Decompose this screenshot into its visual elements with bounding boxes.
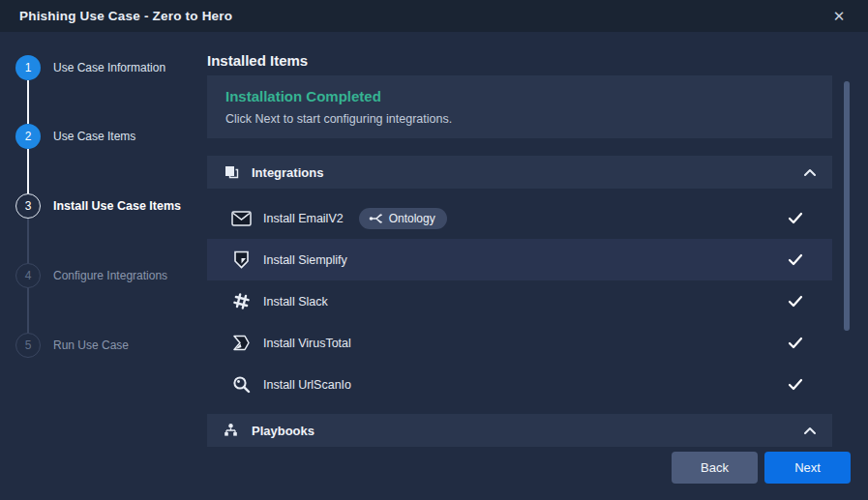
section-label: Integrations [252, 165, 323, 180]
stepper-item-use-case-information[interactable]: 1 Use Case Information [15, 55, 165, 80]
branch-icon [369, 212, 383, 225]
integrations-icon [223, 163, 242, 181]
page-title: Installed Items [207, 52, 308, 69]
step-label: Use Case Information [53, 61, 165, 74]
magnifier-icon [230, 375, 252, 395]
check-icon [788, 253, 803, 266]
step-number-badge: 3 [15, 193, 41, 219]
stepper-item-configure-integrations[interactable]: 4 Configure Integrations [15, 263, 167, 288]
step-number-badge: 1 [15, 55, 41, 80]
step-label: Run Use Case [53, 338, 129, 352]
siemplify-shield-icon [230, 250, 252, 270]
close-icon[interactable]: ✕ [829, 7, 849, 26]
chevron-up-icon[interactable] [803, 426, 817, 435]
list-item-install-urlscanio[interactable]: Install UrlScanIo [207, 364, 832, 405]
virustotal-icon [230, 334, 252, 353]
check-icon [788, 378, 803, 391]
section-header-integrations[interactable]: Integrations [207, 156, 832, 189]
item-label: Install Slack [263, 295, 328, 309]
step-number-badge: 4 [15, 263, 41, 288]
stepper-item-use-case-items[interactable]: 2 Use Case Items [15, 124, 135, 149]
check-icon [788, 295, 803, 308]
item-label: Install Siemplify [263, 253, 347, 267]
installation-status-banner: Installation Completed Click Next to sta… [207, 75, 832, 138]
section-label: Playbooks [252, 424, 314, 438]
playbooks-icon [223, 422, 242, 439]
back-button[interactable]: Back [672, 452, 758, 484]
slack-icon [230, 292, 252, 311]
stepper-connector [27, 219, 29, 263]
list-item-install-emailv2[interactable]: Install EmailV2 Ontology [207, 197, 832, 239]
check-icon [788, 337, 803, 349]
list-item-install-siemplify[interactable]: Install Siemplify [207, 239, 832, 280]
stepper-connector [27, 149, 29, 193]
list-item-install-virustotal[interactable]: Install VirusTotal [207, 322, 832, 364]
step-label: Install Use Case Items [53, 199, 181, 213]
item-label: Install EmailV2 [263, 212, 344, 225]
installation-completed-text: Installation Completed [225, 88, 814, 104]
window-titlebar: Phishing Use Case - Zero to Hero ✕ [0, 0, 868, 32]
next-button[interactable]: Next [764, 452, 851, 484]
badge-label: Ontology [389, 212, 435, 225]
section-header-playbooks[interactable]: Playbooks [207, 414, 832, 447]
step-number-badge: 5 [15, 333, 41, 358]
item-label: Install VirusTotal [263, 337, 351, 350]
item-label: Install UrlScanIo [263, 378, 351, 392]
stepper-item-run-use-case[interactable]: 5 Run Use Case [15, 333, 129, 358]
step-label: Use Case Items [53, 130, 135, 143]
stepper-connector [27, 80, 29, 124]
ontology-badge[interactable]: Ontology [359, 208, 447, 229]
step-label: Configure Integrations [53, 269, 167, 282]
stepper-connector [27, 288, 29, 333]
window-title: Phishing Use Case - Zero to Hero [19, 9, 232, 23]
step-number-badge: 2 [15, 124, 41, 149]
wizard-stepper: 1 Use Case Information 2 Use Case Items … [0, 32, 207, 500]
list-item-install-slack[interactable]: Install Slack [207, 280, 832, 322]
chevron-up-icon[interactable] [803, 167, 817, 177]
email-icon [230, 209, 252, 228]
main-panel: Installed Items Installation Completed C… [207, 32, 868, 500]
installation-hint-text: Click Next to start configuring integrat… [225, 112, 814, 126]
check-icon [788, 212, 803, 224]
stepper-item-install-use-case-items[interactable]: 3 Install Use Case Items [15, 193, 181, 219]
vertical-scrollbar[interactable] [844, 81, 850, 331]
